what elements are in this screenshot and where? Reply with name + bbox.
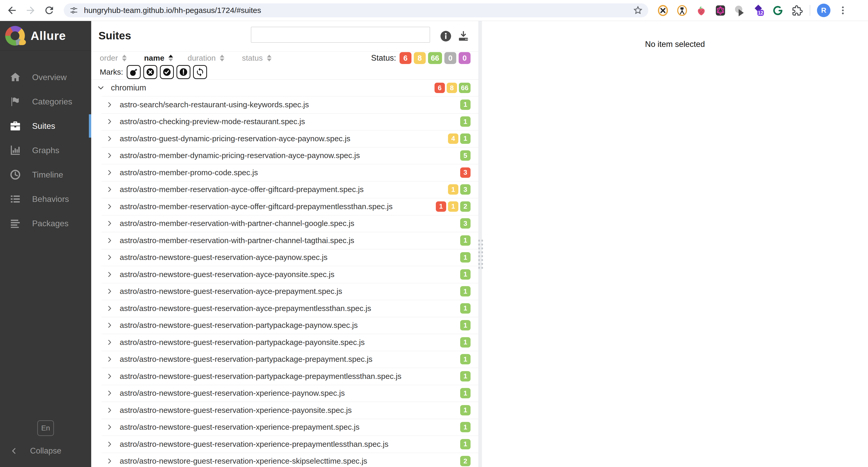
mark-new-passed-button[interactable] [160,65,174,79]
tree-row[interactable]: astro/astro-newstore-guest-reservation-p… [91,368,478,385]
tree-row[interactable]: astro/astro-newstore-guest-reservation-x… [91,385,478,402]
mark-new-failed-button[interactable] [143,65,157,79]
status-badge-failed[interactable]: 6 [400,52,411,64]
sidebar-item-categories[interactable]: Categories [0,89,91,114]
sidebar-item-label: Categories [32,97,72,106]
sorter-name[interactable]: name [144,54,173,62]
info-icon[interactable] [439,30,452,42]
chevron-right-icon [106,390,113,397]
tree-row[interactable]: astro/astro-newstore-guest-reservation-p… [91,317,478,334]
chevron-right-icon [106,373,113,380]
tree-root-chromium[interactable]: chromium 6866 [91,80,478,96]
sidebar-item-graphs[interactable]: Graphs [0,138,91,162]
sorter-duration[interactable]: duration [188,54,224,62]
tree-row[interactable]: astro/astro-checking-preview-mode-restau… [91,113,478,130]
tree-row-label: astro/astro-newstore-guest-reservation-a… [120,270,335,279]
sorter-status[interactable]: status [242,54,272,62]
tree-row[interactable]: astro/astro-newstore-guest-reservation-p… [91,334,478,351]
chevron-right-icon [106,203,113,210]
tree-row-badges: 1 [460,405,470,415]
tree-row[interactable]: astro/astro-newstore-guest-reservation-x… [91,419,478,436]
count-badge-passed: 1 [460,303,470,314]
browser-menu-icon[interactable] [838,5,848,15]
tree-row[interactable]: astro/astro-guest-dynamic-pricing-reserv… [91,130,478,147]
tree-row-badges: 1 [460,439,470,449]
puzzle-extensions-icon[interactable] [791,5,803,16]
clock-icon [9,169,21,181]
detail-panel: No item selected [482,21,868,467]
mark-retries-button[interactable] [193,65,207,79]
sidebar-item-timeline[interactable]: Timeline [0,162,91,187]
tree-row[interactable]: astro/astro-newstore-guest-reservation-x… [91,436,478,453]
count-badge-failed: 3 [460,167,470,178]
sort-row: ordernamedurationstatus Status: 686600 [91,52,478,65]
camera-tripod-extension-icon[interactable] [676,5,688,16]
status-badge-broken[interactable]: 8 [414,52,426,64]
sidebar-item-behaviors[interactable]: Behaviors [0,187,91,211]
status-badge-passed[interactable]: 66 [428,52,442,64]
status-badge-unknown[interactable]: 0 [459,52,470,64]
language-button[interactable]: En [37,421,54,436]
toolbar-divider [810,5,810,16]
tree-row[interactable]: astro/astro-newstore-guest-reservation-a… [91,300,478,317]
graphql-extension-icon[interactable] [715,5,726,16]
chevron-right-icon [106,458,113,464]
tree-row[interactable]: astro/astro-newstore-guest-reservation-p… [91,351,478,368]
browser-back-icon[interactable] [6,5,18,16]
status-badge-skipped[interactable]: 0 [444,52,456,64]
count-badge-broken: 1 [448,184,458,195]
tree-row-badges: 1 [460,422,470,432]
sidebar-item-suites[interactable]: Suites [0,114,91,138]
chevron-right-icon [106,135,113,142]
count-badge-passed: 3 [460,184,470,195]
sorter-order[interactable]: order [100,54,127,62]
suites-panel: Suites ordernamedurationstatus Status: 6… [91,21,478,467]
grammarly-extension-icon[interactable] [772,5,784,16]
chevron-right-icon [106,339,113,346]
mark-new-broken-button[interactable] [177,65,190,79]
profile-avatar[interactable]: R [817,4,831,17]
tree-row[interactable]: astro/astro-newstore-guest-reservation-a… [91,283,478,300]
chevron-right-icon [106,254,113,261]
play-extension-icon[interactable] [734,5,745,16]
browser-reload-icon[interactable] [43,5,55,16]
orange-x-extension-icon[interactable] [657,5,669,16]
tree-row[interactable]: astro/astro-member-promo-code.spec.js3 [91,164,478,181]
tree-row[interactable]: astro/astro-newstore-guest-reservation-x… [91,402,478,419]
download-icon[interactable] [457,30,470,42]
purple-diamond-extension-icon[interactable]: 12 [753,5,765,16]
bookmark-star-icon[interactable] [633,5,643,15]
count-badge-passed: 2 [460,456,470,466]
tree-row[interactable]: astro/astro-member-reservation-ayce-offe… [91,198,478,215]
tree-row[interactable]: astro/astro-member-reservation-with-part… [91,215,478,232]
tree-row-label: astro/astro-newstore-guest-reservation-a… [120,304,371,313]
tree-row[interactable]: astro/astro-newstore-guest-reservation-x… [91,453,478,467]
mark-flaky-button[interactable] [127,65,141,79]
search-input[interactable] [251,27,430,43]
sidebar-item-overview[interactable]: Overview [0,65,91,89]
browser-forward-icon[interactable] [25,5,36,16]
tree-row[interactable]: astro/astro-newstore-guest-reservation-a… [91,249,478,266]
tree-row[interactable]: astro/astro-newstore-guest-reservation-a… [91,266,478,283]
panel-resizer[interactable] [478,21,482,467]
tree-row[interactable]: astro/astro-member-reservation-with-part… [91,232,478,249]
tree-row[interactable]: astro/astro-member-reservation-ayce-offe… [91,181,478,198]
tree-row[interactable]: astro-search/search-restaurant-using-key… [91,96,478,113]
tree-row-label: astro/astro-newstore-guest-reservation-p… [120,338,365,347]
tree-row-label: astro/astro-checking-preview-mode-restau… [120,117,305,126]
count-badge-failed: 6 [435,83,445,93]
strawberry-extension-icon[interactable] [695,5,707,16]
chevron-right-icon [106,356,113,363]
tree-row-badges: 1 [460,371,470,381]
sidebar-item-packages[interactable]: Packages [0,211,91,236]
count-badge-passed: 1 [460,269,470,280]
collapse-button[interactable]: Collapse [0,446,91,456]
site-settings-icon[interactable] [69,5,79,15]
tree-row-badges: 1 [460,354,470,364]
svg-text:12: 12 [758,10,763,15]
tree-row[interactable]: astro/astro-member-dynamic-pricing-reser… [91,147,478,164]
address-bar[interactable]: hungryhub-team.github.io/hh-pegasus/1724… [64,3,648,18]
status-filter-group: Status: 686600 [371,52,470,64]
sidebar-item-label: Timeline [32,170,63,180]
tree-row-badges: 5 [460,150,470,161]
